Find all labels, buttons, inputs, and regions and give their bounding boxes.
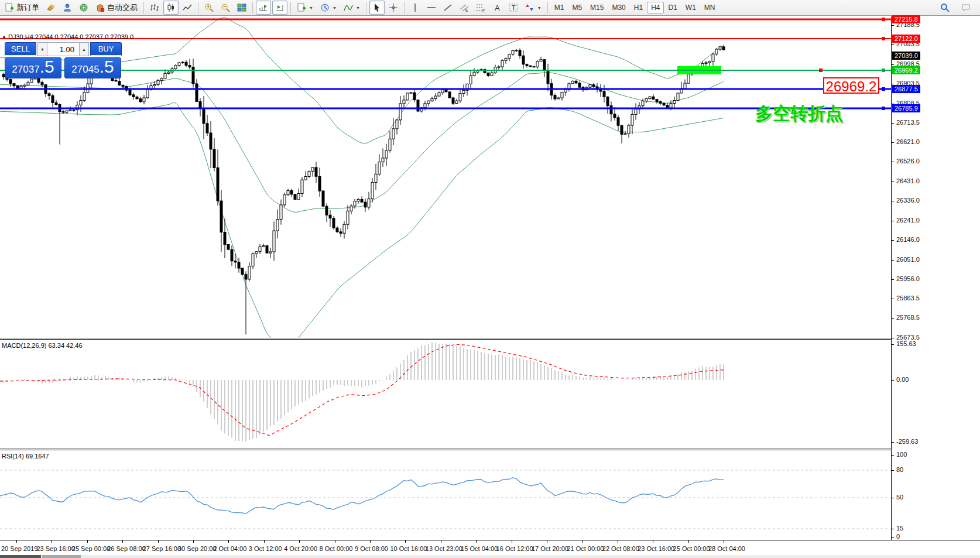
macd-pane[interactable]: MACD(12,26,9) 63.34 42.46 xyxy=(0,340,980,449)
zoom-in-button[interactable] xyxy=(201,1,217,15)
cursor-button[interactable] xyxy=(369,1,385,15)
svg-text:E: E xyxy=(465,8,468,12)
time-tick-mark xyxy=(52,540,52,543)
chat-icon xyxy=(961,3,971,12)
turning-point-annotation[interactable]: 多空转折点 xyxy=(755,102,843,126)
tile-windows-button[interactable] xyxy=(234,1,249,15)
label-handle[interactable] xyxy=(819,69,823,72)
timeframe-m5-button[interactable]: M5 xyxy=(568,2,586,13)
rsi-canvas[interactable] xyxy=(0,450,891,540)
line-handle[interactable] xyxy=(882,69,885,72)
new-chart-button[interactable]: ▼ xyxy=(294,1,316,15)
price-axis-label: 26336.0 xyxy=(896,197,920,204)
collapse-icon[interactable]: ▲ xyxy=(2,34,6,39)
shift-end-button[interactable] xyxy=(256,1,271,15)
price-axis-label: 100 xyxy=(896,451,907,458)
axis-tick-mark xyxy=(892,455,894,456)
macd-signal-line xyxy=(0,344,726,435)
axis-tick-mark xyxy=(892,380,894,381)
mt4-trading-app: 新订单自动交易▼▼▼EFAT▼M1M5M15M30H1H4D1W1MN ▲ DJ… xyxy=(0,0,980,558)
shapes-button[interactable]: ▼ xyxy=(522,1,544,15)
axis-tick-mark xyxy=(892,142,894,143)
signals-button[interactable] xyxy=(76,1,91,15)
price-annotation-label[interactable]: 26969.2 xyxy=(823,77,879,94)
fibo-icon: F xyxy=(476,3,485,12)
volume-decrease-button[interactable]: ▼ xyxy=(37,42,47,56)
time-axis-label: 9 Oct 08:00 xyxy=(355,545,388,552)
sell-button[interactable]: SELL xyxy=(5,42,36,56)
macd-canvas[interactable] xyxy=(0,340,891,449)
styles-button[interactable] xyxy=(43,1,59,15)
price-axis-label: 80 xyxy=(896,466,903,473)
svg-text:T: T xyxy=(512,4,516,11)
price-axis-label: -259.63 xyxy=(896,438,918,445)
price-chart-canvas[interactable] xyxy=(0,16,891,338)
axis-tick-mark xyxy=(892,442,894,443)
autotrading-label: 自动交易 xyxy=(107,2,138,13)
timeframe-w1-button[interactable]: W1 xyxy=(681,2,700,13)
axis-tick-mark xyxy=(892,240,894,241)
price-level-tag: 26877.5 xyxy=(892,85,920,93)
vline-button[interactable] xyxy=(407,1,423,15)
time-axis-label: 25 Sep 00:00 xyxy=(72,545,110,552)
line-chart-button[interactable] xyxy=(180,1,195,15)
search-button[interactable] xyxy=(937,1,952,15)
channel-button[interactable]: E xyxy=(457,1,472,15)
periods-button[interactable]: ▼ xyxy=(317,1,340,15)
trend-icon xyxy=(443,3,453,12)
volume-increase-button[interactable]: ▲ xyxy=(79,42,89,56)
timeframe-d1-button[interactable]: D1 xyxy=(664,2,681,13)
macd-label: MACD(12,26,9) 63.34 42.46 xyxy=(2,342,83,349)
price-axis[interactable]: 27188.527093.526998.526903.526808.526713… xyxy=(891,16,980,555)
timeframe-mn-button[interactable]: MN xyxy=(700,2,719,13)
rsi-pane[interactable]: RSI(14) 69.1647 xyxy=(0,450,980,540)
timeframe-m1-button[interactable]: M1 xyxy=(550,2,568,13)
timeframe-h4-button[interactable]: H4 xyxy=(647,2,664,13)
time-tick-mark xyxy=(512,540,512,543)
crosshair-icon xyxy=(389,3,398,12)
autotrading-button[interactable]: 自动交易 xyxy=(92,1,141,15)
candles-chart-button[interactable] xyxy=(163,1,179,15)
time-tick-mark xyxy=(582,540,582,543)
trendline-button[interactable] xyxy=(440,1,455,15)
search-icon xyxy=(940,3,950,12)
line-icon xyxy=(183,3,192,12)
chat-button[interactable] xyxy=(958,1,974,15)
buy-price-button[interactable]: 27045.5 xyxy=(64,57,121,78)
time-axis-label: 21 Oct 00:00 xyxy=(567,545,604,552)
shapes-icon xyxy=(525,3,534,12)
timeframe-m15-button[interactable]: M15 xyxy=(586,2,608,13)
crosshair-button[interactable] xyxy=(386,1,401,15)
timeframe-m30-button[interactable]: M30 xyxy=(608,2,629,13)
timeframe-h1-button[interactable]: H1 xyxy=(630,2,647,13)
doc-plus-icon xyxy=(297,3,306,12)
buy-button[interactable]: BUY xyxy=(90,42,122,56)
sell-price-button[interactable]: 27037.5 xyxy=(5,57,61,78)
fibonacci-button[interactable]: F xyxy=(473,1,488,15)
auto-scroll-button[interactable] xyxy=(272,1,287,15)
sell-price-frac: .5 xyxy=(40,58,54,76)
line-handle[interactable] xyxy=(882,107,885,110)
new-order-button[interactable]: 新订单 xyxy=(2,1,42,15)
new-order-label: 新订单 xyxy=(16,2,39,13)
bars-chart-button[interactable] xyxy=(147,1,162,15)
scrollbar-thumb-secondary[interactable] xyxy=(42,555,81,558)
time-tick-mark xyxy=(87,540,88,543)
text-button[interactable]: A xyxy=(489,1,505,15)
line-handle[interactable] xyxy=(882,18,885,21)
price-level-tag: 27215.8 xyxy=(892,15,920,23)
price-chart-pane[interactable]: ▲ DJ30,H4 27044.0 27044.0 27037.0 27039.… xyxy=(0,16,980,338)
time-axis-label: 10 Oct 16:00 xyxy=(390,545,427,552)
scrollbar-thumb[interactable] xyxy=(0,555,41,558)
indicators-button[interactable]: ▼ xyxy=(341,1,363,15)
time-axis[interactable]: 20 Sep 201923 Sep 16:0025 Sep 00:0026 Se… xyxy=(0,540,980,555)
zoom-out-button[interactable] xyxy=(218,1,233,15)
line-handle[interactable] xyxy=(882,87,885,91)
label-button[interactable]: T xyxy=(506,1,521,15)
tiles-icon xyxy=(237,3,246,12)
community-button[interactable] xyxy=(60,1,75,15)
line-handle[interactable] xyxy=(882,37,885,40)
volume-input[interactable]: 1.00 xyxy=(47,42,79,56)
hline-button[interactable] xyxy=(424,1,439,15)
axis-tick-mark xyxy=(892,260,894,261)
